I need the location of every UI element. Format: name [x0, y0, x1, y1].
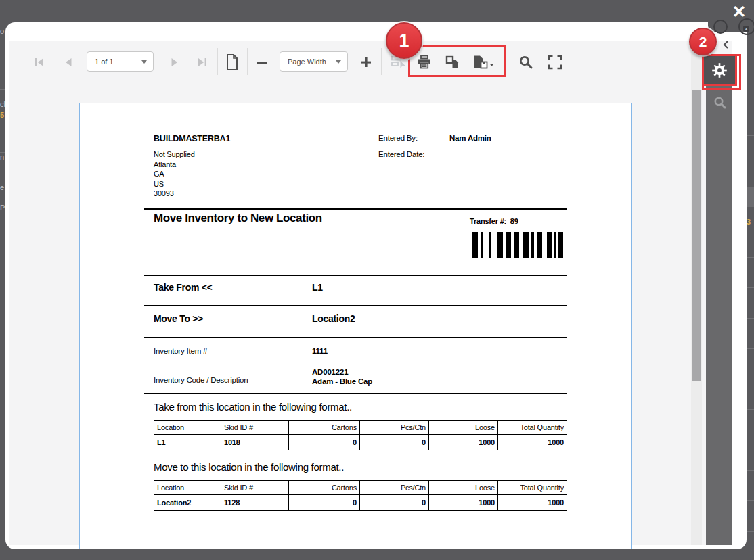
list-item: Location: [154, 481, 221, 495]
inventory-code-label: Inventory Code / Description: [154, 376, 248, 384]
collapse-panel-button[interactable]: [720, 39, 731, 51]
background-text-fragment: 3: [747, 218, 751, 226]
background-row-divider: [747, 409, 754, 410]
page-view-icon: [225, 53, 240, 71]
export-button[interactable]: [470, 52, 496, 72]
print-button[interactable]: [414, 52, 435, 72]
background-text-fragment: P: [0, 204, 5, 212]
search-button[interactable]: [516, 52, 536, 72]
divider: [144, 275, 567, 276]
zoom-mode-select[interactable]: Page Width: [280, 51, 348, 72]
move-to-value: Location2: [312, 313, 355, 324]
background-text-fragment: n: [0, 153, 4, 161]
background-row-divider: [747, 318, 754, 319]
barcode-bar: [558, 232, 563, 258]
first-page-button[interactable]: [29, 52, 49, 72]
fullscreen-icon: [548, 55, 562, 70]
barcode-bar: [554, 232, 556, 258]
barcode-bar: [472, 232, 478, 258]
warehouse-address: Not SuppliedAtlantaGAUS30093: [154, 149, 195, 199]
move-to-label: Move To >>: [154, 313, 203, 324]
list-item: Location2: [154, 495, 221, 511]
background-right-strip: va3: [747, 22, 754, 560]
previous-page-button[interactable]: [58, 52, 79, 72]
list-item: 30093: [154, 189, 195, 199]
fullscreen-button[interactable]: [545, 52, 565, 72]
toolbar-divider: [247, 48, 248, 75]
settings-button[interactable]: [702, 54, 737, 86]
inventory-code-value: AD001221: [312, 368, 348, 376]
list-item: L1: [154, 435, 221, 450]
list-item: 1000: [429, 495, 498, 511]
table-header-row: LocationSkid ID #CartonsPcs/CtnLooseTota…: [154, 421, 567, 435]
background-row-divider: [747, 348, 754, 349]
divider: [144, 393, 567, 394]
list-item: Atlanta: [154, 160, 195, 170]
table-row: Location211280010001000: [154, 495, 567, 511]
transfer-number: Transfer #: 89: [470, 217, 518, 225]
list-item: Cartons: [289, 481, 360, 495]
sidebar-search-button[interactable]: [713, 95, 728, 110]
background-row-divider: [747, 287, 754, 288]
report-page: BUILDMASTERBA1 Not SuppliedAtlantaGAUS30…: [79, 103, 632, 549]
printer-icon: [417, 55, 432, 70]
transfer-label: Transfer #:: [470, 217, 506, 225]
list-item: Pcs/Ctn: [360, 481, 429, 495]
barcode-bar: [506, 232, 511, 258]
print-layout-icon: [445, 55, 460, 70]
background-row-divider: [747, 135, 754, 136]
take-from-value: L1: [312, 282, 323, 293]
print-layout-button[interactable]: [443, 52, 463, 72]
minus-icon: [257, 62, 267, 64]
single-page-view-button[interactable]: [222, 52, 242, 72]
first-page-icon: [33, 56, 45, 68]
list-item: 1128: [221, 495, 289, 511]
take-from-table: LocationSkid ID #CartonsPcs/CtnLooseTota…: [154, 420, 567, 450]
list-item: 1000: [498, 435, 567, 450]
list-item: Location: [154, 421, 221, 435]
annotation-badge-1: 1: [386, 22, 422, 59]
list-item: Skid ID #: [221, 481, 289, 495]
barcode-bar: [531, 232, 534, 258]
background-row-divider: [747, 440, 754, 440]
previous-page-icon: [62, 56, 74, 68]
plus-icon: [360, 56, 372, 68]
background-avatar-icon: [713, 20, 728, 34]
zoom-in-button[interactable]: [356, 52, 376, 72]
move-to-table: LocationSkid ID #CartonsPcs/CtnLooseTota…: [154, 480, 567, 511]
list-item: Skid ID #: [221, 421, 289, 435]
take-section-title: Take from this location in the following…: [154, 401, 352, 413]
chevron-down-icon: [141, 60, 147, 64]
background-arrow-chip: ▲: [743, 26, 749, 32]
last-page-icon: [196, 56, 208, 68]
background-row-divider: [747, 166, 754, 166]
last-page-button[interactable]: [192, 52, 213, 72]
search-icon: [713, 96, 727, 110]
background-row-divider: [747, 531, 754, 532]
list-item: 1000: [498, 495, 567, 511]
toolbar-divider: [381, 48, 382, 75]
list-item: Loose: [429, 481, 498, 495]
page-number-value: 1 of 1: [95, 57, 114, 66]
divider: [144, 305, 567, 306]
list-item: Total Quantity: [498, 421, 567, 435]
report-title: Move Inventory to New Location: [154, 212, 322, 225]
list-item: Pcs/Ctn: [360, 421, 429, 435]
scrollbar-thumb[interactable]: [692, 90, 701, 381]
background-row-highlight: [747, 187, 754, 207]
background-text-fragment: e: [0, 183, 4, 191]
gear-icon: [711, 62, 728, 78]
list-item: 0: [360, 435, 429, 450]
background-text-fragment: 5: [0, 111, 4, 119]
inventory-desc-value: Adam - Blue Cap: [312, 377, 372, 386]
zoom-out-button[interactable]: [251, 52, 271, 72]
next-page-button[interactable]: [164, 52, 185, 72]
barcode-bar: [514, 232, 519, 258]
entered-by-value: Nam Admin: [449, 134, 491, 142]
background-row-divider: [747, 470, 754, 471]
background-row-divider: [747, 227, 754, 227]
barcode-bar: [497, 232, 503, 258]
page-number-select[interactable]: 1 of 1: [87, 51, 154, 72]
entered-date-label: Entered Date:: [378, 150, 424, 158]
toolbar-divider: [217, 48, 218, 75]
